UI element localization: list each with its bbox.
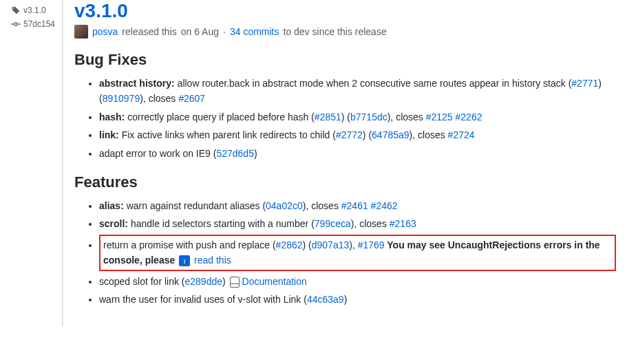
commit-link[interactable]: 527d6d5 [216, 148, 254, 159]
issue-link[interactable]: #2862 [276, 239, 303, 250]
tag-icon [11, 6, 21, 15]
list-item: abstract history: allow router.back in a… [99, 76, 616, 107]
bug-fixes-list: abstract history: allow router.back in a… [74, 76, 616, 161]
commit-row: 57dc154 [11, 19, 56, 29]
issue-link[interactable]: #2163 [390, 218, 416, 229]
release-body: v3.1.0 posva released this on 6 Aug · 34… [62, 0, 627, 326]
book-icon [230, 277, 240, 288]
commit-link[interactable]: 8910979 [103, 93, 140, 104]
svg-point-0 [14, 23, 17, 25]
author-link[interactable]: posva [92, 26, 118, 37]
bug-fixes-heading: Bug Fixes [74, 51, 616, 69]
issue-link[interactable]: #2771 [571, 78, 598, 89]
issue-link[interactable]: #2462 [371, 200, 398, 211]
features-list: alias: warn against redundant aliases (0… [74, 198, 616, 307]
commit-icon [11, 19, 21, 29]
list-item: adapt error to work on IE9 (527d6d5) [99, 146, 616, 161]
commit-link[interactable]: b7715dc [350, 111, 387, 122]
commit-link[interactable]: 44c63a9 [307, 294, 344, 305]
tag-version-link[interactable]: v3.1.0 [23, 6, 46, 15]
features-heading: Features [74, 173, 616, 191]
commit-link[interactable]: 04a02c0 [266, 200, 303, 211]
commit-sha-link[interactable]: 57dc154 [23, 19, 55, 29]
tag-row: v3.1.0 [11, 6, 56, 15]
issue-link[interactable]: #2724 [448, 129, 475, 140]
list-item: link: Fix active links when parent link … [99, 127, 616, 142]
issue-link[interactable]: #2262 [456, 111, 482, 122]
issue-link[interactable]: #2607 [178, 93, 205, 104]
issue-link[interactable]: #2461 [341, 200, 368, 211]
commit-link[interactable]: d907a13 [312, 239, 350, 250]
list-item: warn the user for invalid uses of v-slot… [99, 292, 616, 307]
list-item: alias: warn against redundant aliases (0… [99, 198, 616, 213]
release-title-link[interactable]: v3.1.0 [74, 0, 128, 21]
release-meta: posva released this on 6 Aug · 34 commit… [74, 25, 616, 39]
commit-link[interactable]: 799ceca [315, 218, 351, 229]
issue-link[interactable]: #1769 [358, 239, 385, 250]
list-item: scoped slot for link (e289dde) Documenta… [99, 274, 616, 289]
commit-link[interactable]: 64785a9 [372, 129, 410, 140]
release-title: v3.1.0 [74, 0, 616, 22]
issue-link[interactable]: #2772 [336, 129, 363, 140]
released-verb: released this [122, 26, 176, 37]
avatar [74, 25, 88, 39]
issue-link[interactable]: #2125 [426, 111, 453, 122]
info-icon: i [179, 255, 190, 266]
documentation-link[interactable]: Documentation [242, 276, 307, 287]
commits-link[interactable]: 34 commits [230, 26, 279, 37]
commits-suffix: to dev since this release [284, 26, 387, 37]
list-item: scroll: handle id selectors starting wit… [99, 216, 616, 231]
issue-link[interactable]: #2851 [315, 111, 341, 122]
highlighted-item: return a promise with push and replace (… [99, 235, 616, 271]
read-this-link[interactable]: read this [191, 255, 231, 266]
release-sidebar: v3.1.0 57dc154 [0, 0, 62, 326]
released-date: on 6 Aug [181, 26, 219, 37]
commit-link[interactable]: e289dde [185, 276, 223, 287]
list-item: hash: correctly place query if placed be… [99, 109, 616, 125]
